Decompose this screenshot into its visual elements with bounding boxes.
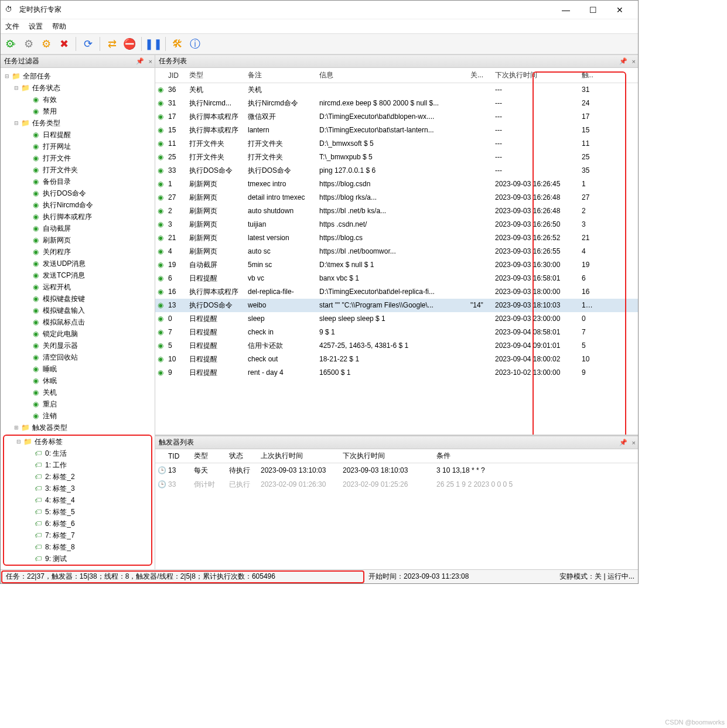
task-row[interactable]: ◉ 19 自动截屏 5min sc D:\tmex $ null $ 1 202… <box>155 258 638 272</box>
tree-item[interactable]: ◉打开网址 <box>2 141 153 152</box>
task-row[interactable]: ◉ 10 日程提醒 check out 18-21-22 $ 1 2023-09… <box>155 353 638 366</box>
task-row[interactable]: ◉ 0 日程提醒 sleep sleep sleep sleep $ 1 202… <box>155 312 638 326</box>
col-jid[interactable]: JID <box>166 71 187 80</box>
col-tnext[interactable]: 下次执行时间 <box>340 451 434 461</box>
col-type[interactable]: 类型 <box>187 70 245 80</box>
tree-item[interactable]: 🏷9: 测试 <box>4 553 151 565</box>
task-row[interactable]: ◉ 31 执行Nircmd... 执行Nircmd命令 nircmd.exe b… <box>155 97 638 110</box>
tree-item[interactable]: ◉关闭程序 <box>2 246 153 258</box>
task-row[interactable]: ◉ 5 日程提醒 信用卡还款 4257-25, 1463-5, 4381-6 $… <box>155 339 638 353</box>
task-row[interactable]: ◉ 2 刷新网页 auto shutdown https://bl .net/b… <box>155 204 638 218</box>
tree-item[interactable]: ⊟📁任务状态 <box>2 82 153 94</box>
task-row[interactable]: ◉ 7 日程提醒 check in 9 $ 1 2023-09-04 08:58… <box>155 326 638 339</box>
stop-button[interactable]: ⛔ <box>121 36 138 52</box>
pause-button[interactable]: ❚❚ <box>145 36 162 52</box>
tree-item[interactable]: ◉日程提醒 <box>2 129 153 141</box>
tree-item[interactable]: ◉模拟键盘按键 <box>2 293 153 305</box>
maximize-button[interactable]: ☐ <box>579 1 606 19</box>
tree-item[interactable]: ⊟📁任务类型 <box>2 117 153 129</box>
col-guan[interactable]: 关... <box>468 70 493 80</box>
tree-item[interactable]: ◉打开文件夹 <box>2 164 153 176</box>
tree-item[interactable]: ◉禁用 <box>2 105 153 117</box>
tree-item[interactable]: 🏷7: 标签_7 <box>4 529 151 541</box>
refresh-button[interactable]: ⟳ <box>80 36 96 52</box>
tools-button[interactable]: 🛠 <box>169 36 186 52</box>
task-row[interactable]: ◉ 4 刷新网页 auto sc https://bl .net/boomwor… <box>155 245 638 258</box>
add-task-button[interactable]: ⚙＋ <box>3 36 19 52</box>
task-row[interactable]: ◉ 21 刷新网页 latest version https://blog.cs… <box>155 231 638 245</box>
close-button[interactable]: ✕ <box>606 1 633 19</box>
tree-item[interactable]: 🏷3: 标签_3 <box>4 483 151 494</box>
pin-icon[interactable]: 📌 <box>136 57 144 65</box>
tree-item[interactable]: ◉刷新网页 <box>2 234 153 246</box>
tree-item[interactable]: 🏷8: 标签_8 <box>4 541 151 553</box>
task-row[interactable]: ◉ 36 关机 关机 --- 31 <box>155 83 638 97</box>
tree-item[interactable]: ◉关闭显示器 <box>2 340 153 351</box>
tree-item[interactable]: ◉执行脚本或程序 <box>2 211 153 223</box>
col-next[interactable]: 下次执行时间 <box>493 70 579 80</box>
tree-item[interactable]: ◉关机 <box>2 387 153 398</box>
task-row[interactable]: ◉ 1 刷新网页 tmexec intro https://blog.csdn … <box>155 177 638 191</box>
pin-icon[interactable]: 📌 <box>619 439 627 446</box>
pin-icon[interactable]: 📌 <box>619 57 627 65</box>
tree-item[interactable]: ◉执行DOS命令 <box>2 187 153 199</box>
tree-item[interactable]: ⊟📁任务标签 <box>4 436 151 447</box>
col-info[interactable]: 信息 <box>317 70 468 80</box>
task-row[interactable]: ◉ 11 打开文件夹 打开文件夹 D:\_bmwxsoft $ 5 --- 11 <box>155 137 638 151</box>
task-row[interactable]: ◉ 15 执行脚本或程序 lantern D:\TimingExecutor\b… <box>155 124 638 137</box>
tree-item[interactable]: 🏷4: 标签_4 <box>4 494 151 506</box>
task-filter-tree[interactable]: ⊟📁全部任务⊟📁任务状态◉有效◉禁用⊟📁任务类型◉日程提醒◉打开网址◉打开文件◉… <box>1 68 155 569</box>
tree-item[interactable]: ◉发送UDP消息 <box>2 258 153 269</box>
task-row[interactable]: ◉ 16 执行脚本或程序 del-replica-file- D:\Timing… <box>155 285 638 299</box>
task-row[interactable]: ◉ 6 日程提醒 vb vc banx vbc $ 1 2023-09-03 1… <box>155 272 638 285</box>
col-tid[interactable]: TID <box>166 452 192 460</box>
col-chu[interactable]: 触... <box>579 70 593 80</box>
tree-item[interactable]: 🏷2: 标签_2 <box>4 471 151 483</box>
menu-settings[interactable]: 设置 <box>29 22 43 32</box>
col-tcond[interactable]: 条件 <box>434 451 638 461</box>
tree-item[interactable]: ◉模拟鼠标点击 <box>2 316 153 328</box>
task-list[interactable]: JID 类型 备注 信息 关... 下次执行时间 触... ◉ 36 关机 关机… <box>155 68 638 435</box>
col-ttype[interactable]: 类型 <box>192 451 227 461</box>
tree-item[interactable]: ◉远程开机 <box>2 281 153 293</box>
close-panel-icon[interactable]: × <box>632 58 636 65</box>
tree-item[interactable]: ◉自动截屏 <box>2 223 153 234</box>
task-row[interactable]: ◉ 25 打开文件夹 打开文件夹 T:\_bmwxpub $ 5 --- 25 <box>155 151 638 164</box>
tree-item[interactable]: ◉有效 <box>2 94 153 105</box>
run-now-button[interactable]: ⇄ <box>104 36 120 52</box>
minimize-button[interactable]: — <box>552 1 579 19</box>
tree-item[interactable]: ◉重启 <box>2 398 153 410</box>
col-tstatus[interactable]: 状态 <box>227 451 258 461</box>
tree-item[interactable]: ◉发送TCP消息 <box>2 269 153 281</box>
task-row[interactable]: ◉ 27 刷新网页 detail intro tmexec https://bl… <box>155 191 638 204</box>
edit-task-button[interactable]: ⚙ <box>21 36 37 52</box>
tree-item[interactable]: 🏷0: 生活 <box>4 447 151 459</box>
config-task-button[interactable]: ⚙ <box>38 36 54 52</box>
task-row[interactable]: ◉ 13 执行DOS命令 weibo start "" "C:\\Program… <box>155 299 638 312</box>
trigger-row[interactable]: 🕒 13 每天 待执行 2023-09-03 13:10:03 2023-09-… <box>155 463 638 477</box>
menu-file[interactable]: 文件 <box>5 22 19 32</box>
task-row[interactable]: ◉ 17 执行脚本或程序 微信双开 D:\TimingExecutor\bat\… <box>155 110 638 124</box>
col-note[interactable]: 备注 <box>245 70 317 80</box>
task-row[interactable]: ◉ 3 刷新网页 tuijian https .csdn.net/ 2023-0… <box>155 218 638 231</box>
tree-item[interactable]: ◉清空回收站 <box>2 351 153 363</box>
tree-item[interactable]: ◉打开文件 <box>2 152 153 164</box>
tree-item[interactable]: 🏷6: 标签_6 <box>4 518 151 529</box>
close-panel-icon[interactable]: × <box>632 439 636 446</box>
tree-item[interactable]: ◉模拟键盘输入 <box>2 305 153 316</box>
delete-task-button[interactable]: ✖ <box>56 36 72 52</box>
menu-help[interactable]: 帮助 <box>52 22 66 32</box>
tree-item[interactable]: 🏷1: 工作 <box>4 459 151 471</box>
close-panel-icon[interactable]: × <box>149 58 152 65</box>
info-button[interactable]: ⓘ <box>187 36 203 52</box>
tree-item[interactable]: 🏷5: 标签_5 <box>4 506 151 518</box>
tree-item[interactable]: ⊞📁触发器类型 <box>2 422 153 433</box>
tree-item[interactable]: ◉执行Nircmd命令 <box>2 199 153 211</box>
tree-item[interactable]: ◉睡眠 <box>2 363 153 375</box>
task-row[interactable]: ◉ 9 日程提醒 rent - day 4 16500 $ 1 2023-10-… <box>155 366 638 380</box>
trigger-row[interactable]: 🕒 33 倒计时 已执行 2023-02-09 01:26:30 2023-02… <box>155 477 638 491</box>
tree-item[interactable]: ◉注销 <box>2 410 153 422</box>
tree-item[interactable]: ◉锁定此电脑 <box>2 328 153 340</box>
tree-item[interactable]: ⊟📁全部任务 <box>2 70 153 82</box>
tree-item[interactable]: ◉备份目录 <box>2 176 153 187</box>
